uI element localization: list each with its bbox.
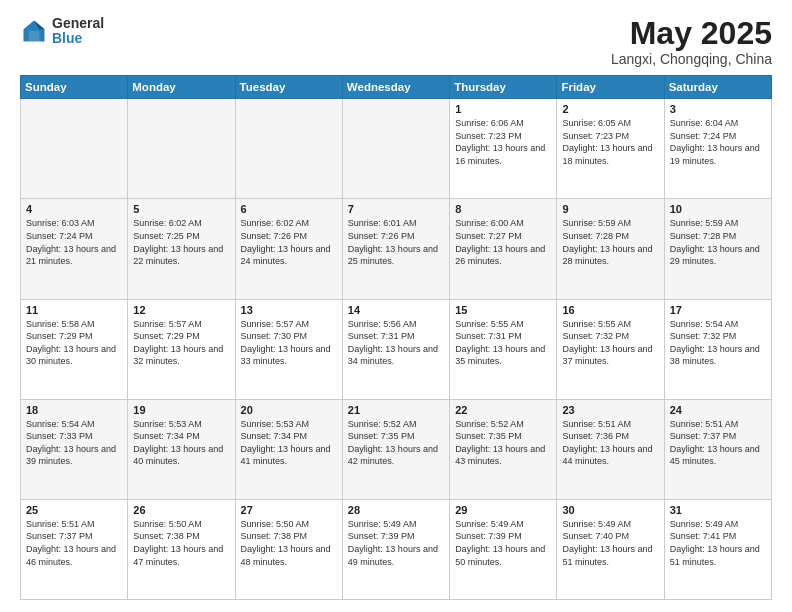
day-number: 4 (26, 203, 122, 215)
title-block: May 2025 Langxi, Chongqing, China (611, 16, 772, 67)
day-number: 21 (348, 404, 444, 416)
table-row: 21Sunrise: 5:52 AM Sunset: 7:35 PM Dayli… (342, 399, 449, 499)
table-row (342, 99, 449, 199)
day-info: Sunrise: 5:49 AM Sunset: 7:41 PM Dayligh… (670, 518, 766, 568)
day-info: Sunrise: 5:53 AM Sunset: 7:34 PM Dayligh… (241, 418, 337, 468)
table-row: 15Sunrise: 5:55 AM Sunset: 7:31 PM Dayli… (450, 299, 557, 399)
day-number: 17 (670, 304, 766, 316)
day-info: Sunrise: 6:02 AM Sunset: 7:25 PM Dayligh… (133, 217, 229, 267)
table-row (235, 99, 342, 199)
table-row: 7Sunrise: 6:01 AM Sunset: 7:26 PM Daylig… (342, 199, 449, 299)
day-number: 2 (562, 103, 658, 115)
table-row: 19Sunrise: 5:53 AM Sunset: 7:34 PM Dayli… (128, 399, 235, 499)
logo-icon (20, 17, 48, 45)
table-row: 28Sunrise: 5:49 AM Sunset: 7:39 PM Dayli… (342, 499, 449, 599)
calendar-week-row: 25Sunrise: 5:51 AM Sunset: 7:37 PM Dayli… (21, 499, 772, 599)
day-number: 27 (241, 504, 337, 516)
day-number: 30 (562, 504, 658, 516)
svg-rect-2 (29, 31, 40, 42)
day-number: 3 (670, 103, 766, 115)
day-number: 16 (562, 304, 658, 316)
table-row: 6Sunrise: 6:02 AM Sunset: 7:26 PM Daylig… (235, 199, 342, 299)
day-info: Sunrise: 5:55 AM Sunset: 7:31 PM Dayligh… (455, 318, 551, 368)
day-info: Sunrise: 5:51 AM Sunset: 7:36 PM Dayligh… (562, 418, 658, 468)
table-row: 14Sunrise: 5:56 AM Sunset: 7:31 PM Dayli… (342, 299, 449, 399)
table-row: 4Sunrise: 6:03 AM Sunset: 7:24 PM Daylig… (21, 199, 128, 299)
day-number: 6 (241, 203, 337, 215)
day-number: 1 (455, 103, 551, 115)
day-info: Sunrise: 5:58 AM Sunset: 7:29 PM Dayligh… (26, 318, 122, 368)
table-row: 1Sunrise: 6:06 AM Sunset: 7:23 PM Daylig… (450, 99, 557, 199)
table-row: 2Sunrise: 6:05 AM Sunset: 7:23 PM Daylig… (557, 99, 664, 199)
day-number: 29 (455, 504, 551, 516)
day-number: 13 (241, 304, 337, 316)
table-row: 27Sunrise: 5:50 AM Sunset: 7:38 PM Dayli… (235, 499, 342, 599)
day-info: Sunrise: 5:52 AM Sunset: 7:35 PM Dayligh… (455, 418, 551, 468)
day-info: Sunrise: 5:54 AM Sunset: 7:33 PM Dayligh… (26, 418, 122, 468)
day-number: 7 (348, 203, 444, 215)
table-row: 3Sunrise: 6:04 AM Sunset: 7:24 PM Daylig… (664, 99, 771, 199)
col-wednesday: Wednesday (342, 76, 449, 99)
table-row: 11Sunrise: 5:58 AM Sunset: 7:29 PM Dayli… (21, 299, 128, 399)
table-row: 5Sunrise: 6:02 AM Sunset: 7:25 PM Daylig… (128, 199, 235, 299)
col-tuesday: Tuesday (235, 76, 342, 99)
day-number: 9 (562, 203, 658, 215)
calendar-header-row: Sunday Monday Tuesday Wednesday Thursday… (21, 76, 772, 99)
day-info: Sunrise: 5:53 AM Sunset: 7:34 PM Dayligh… (133, 418, 229, 468)
table-row: 22Sunrise: 5:52 AM Sunset: 7:35 PM Dayli… (450, 399, 557, 499)
day-info: Sunrise: 6:05 AM Sunset: 7:23 PM Dayligh… (562, 117, 658, 167)
day-number: 14 (348, 304, 444, 316)
day-info: Sunrise: 5:49 AM Sunset: 7:39 PM Dayligh… (455, 518, 551, 568)
table-row: 29Sunrise: 5:49 AM Sunset: 7:39 PM Dayli… (450, 499, 557, 599)
day-number: 15 (455, 304, 551, 316)
table-row: 18Sunrise: 5:54 AM Sunset: 7:33 PM Dayli… (21, 399, 128, 499)
col-thursday: Thursday (450, 76, 557, 99)
day-number: 22 (455, 404, 551, 416)
day-info: Sunrise: 6:06 AM Sunset: 7:23 PM Dayligh… (455, 117, 551, 167)
day-number: 25 (26, 504, 122, 516)
table-row: 25Sunrise: 5:51 AM Sunset: 7:37 PM Dayli… (21, 499, 128, 599)
calendar-week-row: 4Sunrise: 6:03 AM Sunset: 7:24 PM Daylig… (21, 199, 772, 299)
day-info: Sunrise: 5:59 AM Sunset: 7:28 PM Dayligh… (562, 217, 658, 267)
month-title: May 2025 (611, 16, 772, 51)
day-info: Sunrise: 5:51 AM Sunset: 7:37 PM Dayligh… (670, 418, 766, 468)
table-row: 16Sunrise: 5:55 AM Sunset: 7:32 PM Dayli… (557, 299, 664, 399)
day-info: Sunrise: 5:57 AM Sunset: 7:29 PM Dayligh… (133, 318, 229, 368)
calendar-week-row: 11Sunrise: 5:58 AM Sunset: 7:29 PM Dayli… (21, 299, 772, 399)
header: General Blue May 2025 Langxi, Chongqing,… (20, 16, 772, 67)
day-info: Sunrise: 5:54 AM Sunset: 7:32 PM Dayligh… (670, 318, 766, 368)
day-info: Sunrise: 5:50 AM Sunset: 7:38 PM Dayligh… (241, 518, 337, 568)
table-row: 8Sunrise: 6:00 AM Sunset: 7:27 PM Daylig… (450, 199, 557, 299)
table-row: 13Sunrise: 5:57 AM Sunset: 7:30 PM Dayli… (235, 299, 342, 399)
day-number: 24 (670, 404, 766, 416)
col-saturday: Saturday (664, 76, 771, 99)
page: General Blue May 2025 Langxi, Chongqing,… (0, 0, 792, 612)
col-monday: Monday (128, 76, 235, 99)
day-number: 10 (670, 203, 766, 215)
table-row: 20Sunrise: 5:53 AM Sunset: 7:34 PM Dayli… (235, 399, 342, 499)
table-row: 12Sunrise: 5:57 AM Sunset: 7:29 PM Dayli… (128, 299, 235, 399)
table-row: 26Sunrise: 5:50 AM Sunset: 7:38 PM Dayli… (128, 499, 235, 599)
day-info: Sunrise: 5:49 AM Sunset: 7:39 PM Dayligh… (348, 518, 444, 568)
day-number: 31 (670, 504, 766, 516)
day-number: 8 (455, 203, 551, 215)
table-row (21, 99, 128, 199)
table-row: 31Sunrise: 5:49 AM Sunset: 7:41 PM Dayli… (664, 499, 771, 599)
calendar-week-row: 18Sunrise: 5:54 AM Sunset: 7:33 PM Dayli… (21, 399, 772, 499)
logo-text: General Blue (52, 16, 104, 47)
location: Langxi, Chongqing, China (611, 51, 772, 67)
table-row: 23Sunrise: 5:51 AM Sunset: 7:36 PM Dayli… (557, 399, 664, 499)
day-info: Sunrise: 5:59 AM Sunset: 7:28 PM Dayligh… (670, 217, 766, 267)
calendar-week-row: 1Sunrise: 6:06 AM Sunset: 7:23 PM Daylig… (21, 99, 772, 199)
day-number: 11 (26, 304, 122, 316)
logo-blue-text: Blue (52, 31, 104, 46)
day-number: 5 (133, 203, 229, 215)
day-info: Sunrise: 6:01 AM Sunset: 7:26 PM Dayligh… (348, 217, 444, 267)
day-info: Sunrise: 5:51 AM Sunset: 7:37 PM Dayligh… (26, 518, 122, 568)
col-sunday: Sunday (21, 76, 128, 99)
day-number: 28 (348, 504, 444, 516)
table-row: 10Sunrise: 5:59 AM Sunset: 7:28 PM Dayli… (664, 199, 771, 299)
table-row (128, 99, 235, 199)
day-info: Sunrise: 6:03 AM Sunset: 7:24 PM Dayligh… (26, 217, 122, 267)
day-number: 26 (133, 504, 229, 516)
